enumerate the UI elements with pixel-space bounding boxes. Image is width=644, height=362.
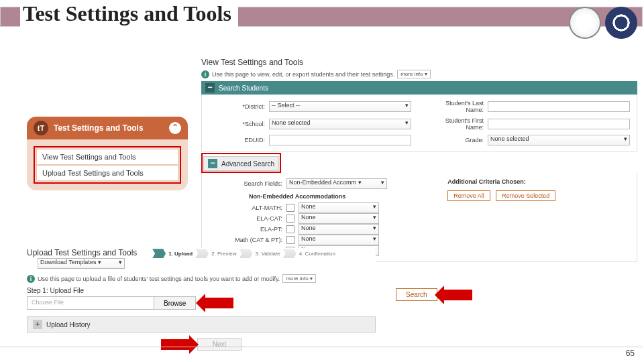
upload-settings-panel: Upload Test Settings and Tools 1. Upload… <box>27 248 376 351</box>
school-select[interactable]: None selected <box>269 119 411 129</box>
advanced-search-header[interactable]: − Advanced Search <box>203 156 279 171</box>
info-icon: i <box>27 275 35 283</box>
more-info-toggle[interactable]: more info ▾ <box>282 274 316 283</box>
accom-checkbox[interactable] <box>286 215 294 223</box>
firstname-input[interactable] <box>488 119 630 129</box>
accom-checkbox[interactable] <box>286 225 294 233</box>
school-label: *School: <box>209 121 265 127</box>
page-number: 65 <box>626 349 635 358</box>
upload-info-text: Use this page to upload a file of studen… <box>38 276 280 282</box>
accommodations-header: Non-Embedded Accommodations <box>249 193 427 200</box>
chevron-up-icon: ⌃ <box>169 122 181 134</box>
accom-label: ELA-CAT: <box>209 215 282 222</box>
accom-label: ELA-PT: <box>209 226 282 233</box>
more-info-toggle[interactable]: more info ▾ <box>397 70 431 78</box>
sidebar-nav-header[interactable]: tT Test Settings and Tools ⌃ <box>27 117 188 139</box>
step-2: 2. Preview <box>211 251 236 257</box>
accom-label: Math (CAT & PT): <box>209 237 282 243</box>
accom-label: ALT-MATH: <box>209 204 282 211</box>
view-panel-title: View Test Settings and Tools <box>201 58 637 67</box>
lastname-label: Student's Last Name: <box>427 100 484 113</box>
agency-seal-2 <box>605 7 637 39</box>
sidebar-nav: tT Test Settings and Tools ⌃ View Test S… <box>27 117 188 190</box>
sidebar-item-view[interactable]: View Test Settings and Tools <box>36 149 178 165</box>
accom-checkbox[interactable] <box>286 204 294 212</box>
remove-all-button[interactable]: Remove All <box>447 190 490 201</box>
collapse-icon: − <box>205 83 215 93</box>
sidebar-item-upload[interactable]: Upload Test Settings and Tools <box>36 165 178 181</box>
accom-checkbox[interactable] <box>286 236 294 244</box>
step-1: 1. Upload <box>168 251 193 257</box>
test-tools-icon: tT <box>34 121 48 135</box>
grade-label: Grade: <box>427 137 484 143</box>
accom-select[interactable]: None <box>299 224 379 235</box>
step-4: 4. Confirmation <box>299 251 335 257</box>
next-button[interactable]: Next <box>197 338 242 351</box>
search-students-header[interactable]: − Search Students <box>201 81 637 95</box>
page-title: Test Settings and Tools <box>20 1 238 27</box>
expand-icon: + <box>33 320 42 329</box>
step-3: 3. Validate <box>256 251 280 257</box>
upload-history-header[interactable]: + Upload History <box>27 316 376 333</box>
sidebar-nav-title: Test Settings and Tools <box>54 123 144 133</box>
agency-seal-1 <box>569 7 601 39</box>
upload-history-label: Upload History <box>46 321 91 328</box>
collapse-icon: − <box>208 159 217 168</box>
download-templates-select[interactable]: Download Templates ▾ <box>38 258 125 269</box>
browse-button[interactable]: Browse <box>154 296 196 310</box>
sidebar-highlight: View Test Settings and Tools Upload Test… <box>34 146 181 184</box>
upload-wizard-steps: 1. Upload 2. Preview 3. Validate 4. Conf… <box>152 249 335 258</box>
remove-selected-button[interactable]: Remove Selected <box>496 190 555 201</box>
search-students-label: Search Students <box>219 84 268 92</box>
eduid-input[interactable] <box>269 135 411 145</box>
lastname-input[interactable] <box>488 101 630 112</box>
info-icon: i <box>201 70 209 78</box>
choose-file-field[interactable]: Choose File <box>27 296 154 310</box>
footer-divider <box>0 347 643 347</box>
view-settings-panel: View Test Settings and Tools i Use this … <box>201 58 637 252</box>
search-fields-select[interactable]: Non-Embedded Accomm ▾ <box>286 178 387 189</box>
grade-select[interactable]: None selected <box>488 135 630 145</box>
upload-panel-title: Upload Test Settings and Tools <box>27 248 137 257</box>
callout-arrow-icon <box>443 290 472 300</box>
advanced-search-label: Advanced Search <box>221 160 274 168</box>
search-fields-label: Search Fields: <box>209 180 282 187</box>
callout-arrow-icon <box>204 298 233 308</box>
search-action-row: Search <box>396 288 472 301</box>
district-label: *District: <box>209 103 265 110</box>
callout-arrow-icon <box>161 339 191 350</box>
advanced-search-highlight: − Advanced Search <box>201 153 281 173</box>
view-info-text: Use this page to view, edit, or export s… <box>212 71 394 78</box>
accom-select[interactable]: None <box>299 202 379 213</box>
firstname-label: Student's First Name: <box>427 117 484 131</box>
accom-select[interactable]: None <box>299 235 379 245</box>
criteria-header: Additional Criteria Chosen: <box>447 178 630 185</box>
accom-select[interactable]: None <box>299 213 379 224</box>
district-select[interactable]: -- Select -- <box>269 101 411 112</box>
search-button[interactable]: Search <box>396 288 437 301</box>
eduid-label: EDUID: <box>209 137 265 143</box>
